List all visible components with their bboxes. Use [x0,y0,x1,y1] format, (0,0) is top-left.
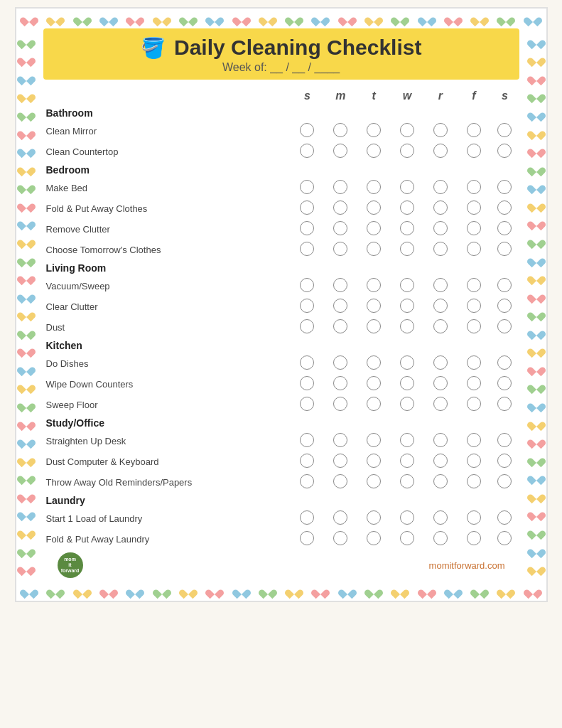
checkbox-circle[interactable] [300,376,314,390]
checkbox-circle[interactable] [467,278,481,292]
checkbox-cell[interactable] [457,296,490,317]
checkbox-circle[interactable] [367,221,381,235]
checkbox-cell[interactable] [490,276,519,296]
checkbox-circle[interactable] [433,474,448,488]
checkbox-cell[interactable] [324,317,357,338]
checkbox-cell[interactable] [423,276,457,296]
checkbox-circle[interactable] [300,474,314,488]
checkbox-circle[interactable] [367,454,381,468]
checkbox-circle[interactable] [333,200,347,215]
checkbox-circle[interactable] [433,376,448,390]
checkbox-circle[interactable] [400,531,414,545]
checkbox-circle[interactable] [367,144,381,158]
checkbox-circle[interactable] [497,531,512,545]
checkbox-cell[interactable] [324,508,357,529]
checkbox-circle[interactable] [400,180,414,194]
checkbox-cell[interactable] [391,240,424,260]
checkbox-cell[interactable] [423,121,457,141]
checkbox-cell[interactable] [490,529,519,550]
checkbox-circle[interactable] [333,376,347,390]
checkbox-circle[interactable] [333,433,347,447]
checkbox-circle[interactable] [300,510,314,525]
checkbox-circle[interactable] [400,144,414,158]
checkbox-cell[interactable] [457,508,490,529]
checkbox-circle[interactable] [333,180,347,194]
checkbox-cell[interactable] [291,472,324,493]
checkbox-circle[interactable] [433,433,448,447]
checkbox-cell[interactable] [357,240,391,260]
checkbox-circle[interactable] [467,474,481,488]
checkbox-cell[interactable] [291,395,324,415]
checkbox-cell[interactable] [490,178,519,198]
checkbox-circle[interactable] [433,454,448,468]
checkbox-cell[interactable] [324,374,357,395]
checkbox-cell[interactable] [391,296,424,317]
checkbox-cell[interactable] [291,219,324,240]
checkbox-circle[interactable] [497,144,512,158]
checkbox-circle[interactable] [333,355,347,370]
checkbox-cell[interactable] [391,141,424,162]
checkbox-cell[interactable] [457,395,490,415]
checkbox-cell[interactable] [357,219,391,240]
checkbox-cell[interactable] [291,508,324,529]
checkbox-cell[interactable] [324,198,357,219]
checkbox-cell[interactable] [324,529,357,550]
checkbox-circle[interactable] [433,200,448,215]
checkbox-cell[interactable] [324,431,357,451]
checkbox-circle[interactable] [497,180,512,194]
checkbox-cell[interactable] [457,451,490,472]
checkbox-circle[interactable] [300,454,314,468]
checkbox-circle[interactable] [400,433,414,447]
checkbox-circle[interactable] [333,123,347,137]
checkbox-cell[interactable] [357,472,391,493]
checkbox-cell[interactable] [357,178,391,198]
checkbox-cell[interactable] [391,395,424,415]
checkbox-cell[interactable] [324,178,357,198]
checkbox-cell[interactable] [423,296,457,317]
checkbox-cell[interactable] [423,317,457,338]
checkbox-cell[interactable] [357,353,391,374]
checkbox-circle[interactable] [400,123,414,137]
checkbox-circle[interactable] [300,221,314,235]
checkbox-cell[interactable] [490,472,519,493]
checkbox-circle[interactable] [400,355,414,370]
checkbox-circle[interactable] [367,242,381,256]
checkbox-circle[interactable] [400,319,414,333]
checkbox-circle[interactable] [400,397,414,411]
checkbox-circle[interactable] [367,278,381,292]
checkbox-cell[interactable] [324,451,357,472]
checkbox-circle[interactable] [300,123,314,137]
checkbox-cell[interactable] [457,529,490,550]
checkbox-cell[interactable] [490,121,519,141]
checkbox-circle[interactable] [467,221,481,235]
checkbox-circle[interactable] [333,242,347,256]
checkbox-circle[interactable] [367,355,381,370]
checkbox-circle[interactable] [400,299,414,313]
checkbox-cell[interactable] [324,472,357,493]
checkbox-circle[interactable] [367,123,381,137]
checkbox-circle[interactable] [367,531,381,545]
checkbox-cell[interactable] [423,353,457,374]
checkbox-cell[interactable] [391,374,424,395]
checkbox-circle[interactable] [467,200,481,215]
checkbox-circle[interactable] [433,355,448,370]
checkbox-circle[interactable] [467,510,481,525]
checkbox-circle[interactable] [300,278,314,292]
checkbox-circle[interactable] [400,376,414,390]
checkbox-cell[interactable] [357,529,391,550]
checkbox-cell[interactable] [490,198,519,219]
checkbox-circle[interactable] [467,531,481,545]
checkbox-cell[interactable] [457,353,490,374]
checkbox-circle[interactable] [497,355,512,370]
checkbox-cell[interactable] [423,529,457,550]
checkbox-circle[interactable] [300,355,314,370]
checkbox-cell[interactable] [291,353,324,374]
checkbox-circle[interactable] [333,319,347,333]
checkbox-cell[interactable] [457,219,490,240]
checkbox-cell[interactable] [490,431,519,451]
checkbox-cell[interactable] [291,374,324,395]
checkbox-circle[interactable] [467,242,481,256]
checkbox-circle[interactable] [433,221,448,235]
checkbox-circle[interactable] [300,180,314,194]
checkbox-circle[interactable] [467,355,481,370]
